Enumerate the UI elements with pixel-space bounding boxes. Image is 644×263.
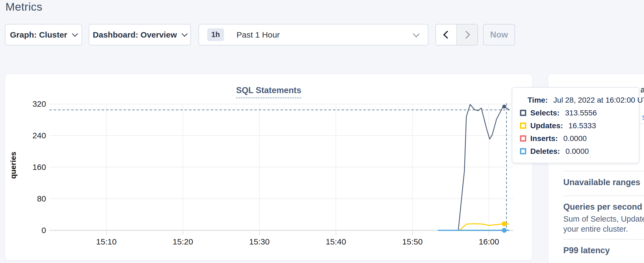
tooltip-time-label: Time: [528,96,548,105]
metrics-page: Metrics Graph: Cluster Dashboard: Overvi… [0,0,644,263]
y-axis-title: queries [9,152,17,179]
updates-swatch-icon [520,123,526,129]
description-line: Sum of Selects, Updates, Inser [563,214,644,224]
tooltip-time-row: Time: Jul 28, 2022 at 16:02:00 UTC [528,96,639,104]
tooltip-series-value: 0.0000 [565,147,589,156]
sidebar-heading-unavailable-ranges: Unavailable ranges [563,178,640,187]
tooltip-series-label: Deletes: [530,147,560,156]
sidebar-heading-p99-latency: P99 latency [563,246,610,255]
y-tick-label: 320 [32,99,46,108]
queries-per-second-description: Sum of Selects, Updates, Inser your enti… [563,214,644,234]
page-title: Metrics [5,1,43,13]
tooltip-series-row: Inserts: 0.0000 [520,134,639,143]
tooltip-series-value: 16.5333 [568,121,596,130]
divider [563,171,644,171]
chart-canvas[interactable]: 08016024032015:1015:2015:3015:4015:5016:… [5,74,533,261]
tooltip-series-label: Inserts: [530,134,558,143]
tooltip-series-label: Updates: [530,121,563,130]
inserts-swatch-icon [520,135,526,142]
chevron-right-icon [462,31,470,39]
time-range-selector[interactable]: 1h Past 1 Hour [198,24,428,45]
x-tick-label: 15:20 [173,237,193,246]
clipped-heading-fragment: a [640,85,644,95]
sql-statements-panel: SQL Statements 08016024032015:1015:2015:… [5,74,532,261]
divider [563,239,644,240]
time-window-nav [435,24,478,45]
series-line-updates [438,224,509,230]
x-tick-label: 15:30 [249,237,270,246]
x-tick-label: 16:00 [479,237,499,246]
hover-dot-selects [502,105,506,108]
y-tick-label: 160 [32,163,46,172]
x-tick-label: 15:50 [402,237,423,246]
dashboard-dropdown[interactable]: Dashboard: Overview [89,24,191,45]
y-tick-label: 240 [32,131,46,140]
chevron-down-icon [72,30,78,37]
next-time-window-button[interactable] [456,25,477,45]
hover-dot-updates [502,221,507,226]
y-tick-label: 0 [41,226,46,235]
prev-time-window-button[interactable] [436,25,456,45]
tooltip-series-label: Selects: [530,109,559,117]
sidebar-heading-queries-per-second: Queries per second [563,202,642,212]
deletes-swatch-icon [520,148,526,154]
graph-scope-dropdown[interactable]: Graph: Cluster [5,24,82,45]
chevron-down-icon [413,30,419,37]
chevron-left-icon [443,31,452,39]
chart-tooltip: Time: Jul 28, 2022 at 16:02:00 UTC Selec… [512,87,639,163]
graph-scope-label: Graph: Cluster [10,30,67,39]
time-range-badge: 1h [207,28,224,41]
clipped-link-fragment: s [642,113,644,122]
description-line: your entire cluster. [563,224,644,234]
tooltip-series-row: Deletes: 0.0000 [520,147,639,155]
x-tick-label: 15:40 [326,237,346,246]
y-tick-label: 80 [37,194,46,203]
hover-dot-deletes [502,228,507,233]
tooltip-series-value: 313.5556 [565,109,597,117]
chevron-down-icon [181,30,188,37]
time-range-label: Past 1 Hour [237,30,280,39]
tooltip-series-row: Updates: 16.5333 [520,121,639,130]
x-tick-label: 15:10 [96,237,117,246]
now-button[interactable]: Now [483,24,515,45]
tooltip-time-value: Jul 28, 2022 at 16:02:00 UTC [553,96,644,105]
selects-swatch-icon [520,110,526,116]
tooltip-series-row: Selects: 313.5556 [520,109,639,117]
tooltip-series-value: 0.0000 [563,134,587,143]
divider [563,195,644,196]
dashboard-label: Dashboard: Overview [93,30,177,39]
